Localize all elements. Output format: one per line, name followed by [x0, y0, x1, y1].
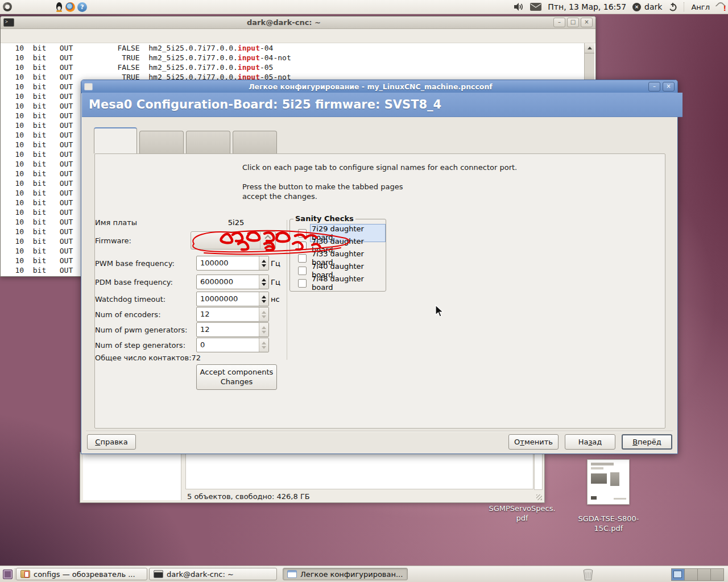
resize-grip[interactable]	[536, 494, 542, 500]
checkbox[interactable]	[298, 279, 307, 288]
mail-icon[interactable]	[530, 3, 541, 11]
trash-icon[interactable]	[581, 568, 595, 581]
presence-icon: ×	[632, 3, 641, 11]
checkbox[interactable]	[298, 242, 307, 250]
clock[interactable]: Птн, 13 Мар, 16:57	[548, 2, 626, 11]
firefox-launcher-icon[interactable]	[65, 2, 75, 12]
spinner-arrows[interactable]	[259, 323, 268, 336]
terminal-menu-item[interactable]	[15, 35, 26, 37]
network-icon[interactable]: !	[716, 2, 725, 11]
spin-up-icon	[262, 278, 266, 281]
spinner-arrows[interactable]	[259, 256, 268, 270]
scroll-up-arrow[interactable]	[585, 43, 594, 53]
window-icon	[20, 570, 30, 578]
spin-up-icon	[262, 311, 266, 314]
cancel-button[interactable]: Отменить	[508, 434, 559, 450]
sanity-checkbox-item[interactable]: 7i48 daughter board	[290, 277, 386, 289]
file-manager-window[interactable]: 5 объектов, свободно: 426,8 ГБ	[80, 452, 545, 503]
checkbox[interactable]	[298, 229, 307, 238]
spin-down-icon	[262, 283, 266, 286]
field-label: PWM base frequency:	[95, 259, 196, 268]
taskbar-window-button[interactable]: Легкое конфигурирован...	[283, 568, 408, 580]
board-name-label: Имя платы	[95, 218, 196, 227]
maximize-button[interactable]: □	[567, 18, 579, 27]
spin-down-icon	[262, 331, 266, 334]
spin-up-icon	[262, 296, 266, 298]
help-button[interactable]: Справка	[87, 434, 136, 450]
forward-button[interactable]: Вперёд	[622, 434, 672, 450]
file-manager-scrollbar[interactable]	[534, 453, 543, 490]
spinbox-input[interactable]: 0	[196, 338, 269, 352]
workspace-2[interactable]	[685, 569, 698, 580]
spin-down-icon	[262, 346, 266, 349]
user-menu[interactable]: × dark	[632, 2, 662, 11]
spinbox-input[interactable]: 12	[196, 322, 269, 337]
combo-arrows-icon[interactable]	[260, 232, 275, 249]
terminal-menu-item[interactable]	[38, 35, 49, 37]
workspace-4[interactable]	[711, 569, 723, 580]
back-button[interactable]: Назад	[565, 434, 615, 450]
workspace-switcher[interactable]	[671, 568, 724, 581]
unit-label: нс	[271, 295, 280, 304]
spin-row: Num of step generators: 0	[95, 338, 291, 352]
desktop-icon-label[interactable]: SGDA-TSE-S800- 15C.pdf	[569, 514, 648, 533]
username: dark	[644, 2, 662, 11]
power-icon[interactable]	[668, 2, 677, 11]
minimize-button[interactable]: –	[648, 82, 660, 92]
show-desktop-button[interactable]	[1, 568, 14, 580]
tab[interactable]	[186, 131, 230, 153]
keyboard-layout-indicator[interactable]: Англ	[691, 3, 710, 11]
file-manager-sidebar[interactable]	[83, 452, 181, 500]
terminal-titlebar[interactable]: > dark@dark-cnc: ~ – □ ×	[1, 16, 595, 29]
spin-down-icon	[262, 315, 266, 318]
volume-icon[interactable]	[514, 2, 524, 11]
taskbar-window-button[interactable]: dark@dark-cnc: ~	[149, 568, 277, 580]
instruction-text: Click on each page tab to configure sign…	[242, 163, 517, 172]
desktop: ? Птн, 13 Мар, 16:57 × dark Англ	[0, 0, 728, 582]
board-name-value: 5i25	[196, 218, 276, 227]
spin-up-icon	[262, 260, 266, 263]
tux-launcher-icon[interactable]	[55, 2, 63, 12]
window-icon	[287, 570, 297, 578]
workspace-1[interactable]	[672, 569, 685, 580]
accept-components-button[interactable]: Accept components Changes	[196, 364, 277, 390]
terminal-menu-item[interactable]	[26, 35, 38, 37]
tab[interactable]	[94, 127, 137, 153]
taskbar-window-button[interactable]: configs — обозреватель ...	[16, 568, 147, 580]
tab[interactable]	[139, 131, 184, 153]
ubuntu-menu-icon[interactable]	[3, 2, 12, 11]
spinner-arrows[interactable]	[259, 292, 268, 306]
spinner-arrows[interactable]	[259, 338, 268, 352]
close-button[interactable]: ×	[663, 82, 675, 92]
spinbox-input[interactable]: 10000000	[196, 292, 269, 306]
spinbox-input[interactable]: 12	[196, 307, 269, 322]
spinbox-input[interactable]: 6000000	[196, 275, 269, 289]
spin-row: Watchdog timeout: 10000000 нс	[95, 292, 291, 306]
close-button[interactable]: ×	[581, 18, 593, 27]
minimize-button[interactable]: –	[553, 18, 565, 27]
terminal-menu-item[interactable]	[3, 35, 15, 37]
terminal-window-icon: >	[3, 18, 14, 27]
terminal-menu-item[interactable]	[49, 35, 60, 37]
checkbox[interactable]	[298, 267, 307, 275]
mouse-cursor	[435, 305, 444, 318]
pncconf-dialog: Легкое конфигурирование - my_LinuxCNC_ma…	[81, 80, 678, 454]
file-manager-content[interactable]	[185, 452, 533, 489]
field-label: Num of step generators:	[95, 341, 196, 350]
tab[interactable]	[233, 131, 277, 153]
field-label: PDM base frequency:	[95, 278, 196, 286]
firmware-combobox[interactable]	[191, 231, 276, 250]
spinner-arrows[interactable]	[259, 307, 268, 321]
tab-strip	[94, 127, 279, 153]
spinbox-input[interactable]: 100000	[196, 256, 269, 271]
window-icon	[154, 570, 163, 578]
dialog-title: Легкое конфигурирование - my_LinuxCNC_ma…	[93, 82, 648, 91]
pdf-file-icon[interactable]	[587, 459, 630, 505]
footer-separator	[86, 431, 673, 432]
workspace-3[interactable]	[698, 569, 711, 580]
spinner-arrows[interactable]	[259, 275, 268, 289]
dialog-titlebar[interactable]: Легкое конфигурирование - my_LinuxCNC_ma…	[81, 80, 677, 93]
help-launcher-icon[interactable]: ?	[77, 2, 87, 12]
desktop-icon-label[interactable]: SGMPServoSpecs. pdf	[482, 504, 562, 523]
checkbox[interactable]	[298, 254, 307, 263]
